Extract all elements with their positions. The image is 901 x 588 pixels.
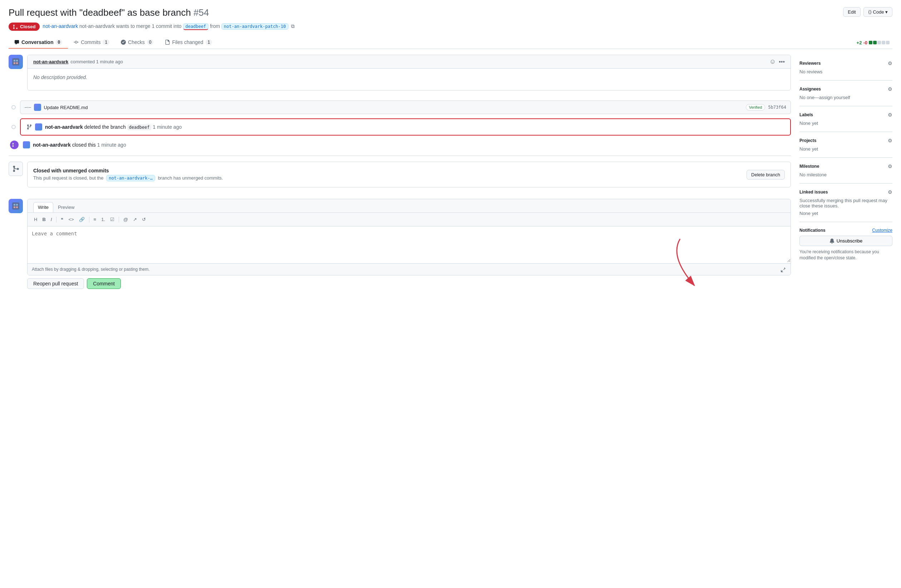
edit-button[interactable]: Edit bbox=[843, 7, 860, 17]
delete-branch-button[interactable]: Delete branch bbox=[747, 170, 785, 179]
code-button-toolbar[interactable]: <> bbox=[66, 216, 76, 223]
base-branch-tag[interactable]: deadbeef bbox=[183, 23, 209, 30]
reviewers-title: Reviewers bbox=[800, 61, 821, 66]
bold-button[interactable]: B bbox=[40, 216, 48, 223]
milestone-value: No milestone bbox=[800, 172, 892, 178]
milestone-header: Milestone ⚙ bbox=[800, 164, 892, 169]
closed-timeline-item: not-an-aardvark closed this 1 minute ago bbox=[9, 140, 791, 150]
closed-avatar bbox=[23, 141, 30, 148]
mention-button[interactable]: @ bbox=[121, 216, 130, 223]
undo-button[interactable]: ↺ bbox=[140, 216, 148, 223]
assignees-header: Assignees ⚙ bbox=[800, 86, 892, 92]
comment-textarea[interactable] bbox=[28, 226, 790, 262]
unmerged-branch[interactable]: not-an-aardvark-… bbox=[106, 175, 155, 181]
assignees-gear[interactable]: ⚙ bbox=[888, 86, 892, 92]
linked-issues-gear[interactable]: ⚙ bbox=[888, 189, 892, 195]
tab-files-changed[interactable]: Files changed 1 bbox=[159, 36, 218, 48]
ordered-list-button[interactable]: 1. bbox=[99, 216, 107, 223]
write-tabs: Write Preview bbox=[28, 199, 790, 213]
labels-title: Labels bbox=[800, 112, 813, 117]
merge-icon bbox=[12, 165, 19, 172]
reopen-button[interactable]: Reopen pull request bbox=[27, 278, 84, 289]
commit-item: –◦– Update README.md Verified 5b73f64 bbox=[20, 100, 791, 114]
status-author-link[interactable]: not-an-aardvark bbox=[42, 23, 78, 29]
page-header: Pull request with "deadbeef" as base bra… bbox=[9, 7, 892, 18]
projects-title: Projects bbox=[800, 138, 816, 143]
labels-gear[interactable]: ⚙ bbox=[888, 112, 892, 118]
projects-header: Projects ⚙ bbox=[800, 138, 892, 143]
reviewers-gear[interactable]: ⚙ bbox=[888, 61, 892, 66]
toolbar-sep-2 bbox=[89, 217, 89, 223]
unsubscribe-button[interactable]: Unsubscribe bbox=[800, 236, 892, 246]
projects-gear[interactable]: ⚙ bbox=[888, 138, 892, 143]
svg-rect-5 bbox=[12, 203, 19, 210]
comment-button[interactable]: Comment bbox=[87, 278, 121, 289]
heading-button[interactable]: H bbox=[32, 216, 39, 223]
italic-button[interactable]: I bbox=[48, 216, 55, 223]
projects-section: Projects ⚙ None yet bbox=[800, 132, 892, 158]
svg-rect-9 bbox=[16, 206, 18, 208]
milestone-gear[interactable]: ⚙ bbox=[888, 164, 892, 169]
closed-item: not-an-aardvark closed this 1 minute ago bbox=[23, 140, 791, 150]
delete-branch-avatar bbox=[35, 123, 42, 131]
write-avatar bbox=[9, 199, 23, 213]
commenter-avatar bbox=[9, 55, 23, 69]
linked-issues-header: Linked issues ⚙ bbox=[800, 189, 892, 195]
tab-checks-count: 0 bbox=[147, 39, 154, 45]
diff-add: +2 bbox=[857, 40, 862, 45]
diff-block-4 bbox=[882, 41, 885, 44]
toolbar-sep-1 bbox=[56, 217, 56, 223]
pr-closed-icon bbox=[13, 24, 18, 29]
fullscreen-icon[interactable] bbox=[781, 267, 786, 272]
tab-conversation[interactable]: Conversation 0 bbox=[9, 36, 68, 48]
emoji-react-button[interactable]: ☺ bbox=[769, 58, 776, 66]
head-branch-tag[interactable]: not-an-aardvark-patch-10 bbox=[221, 23, 288, 30]
comment-box: not-an-aardvark commented 1 minute ago ☺… bbox=[27, 55, 791, 90]
commit-avatar bbox=[34, 104, 41, 111]
unmerged-box: Closed with unmerged commits This pull r… bbox=[27, 162, 791, 187]
more-options-button[interactable]: ••• bbox=[779, 59, 785, 65]
notifications-customize-link[interactable]: Customize bbox=[872, 228, 892, 233]
copy-branch-icon[interactable]: ⧉ bbox=[291, 23, 295, 29]
tab-commits-count: 1 bbox=[103, 39, 109, 45]
diff-del: -0 bbox=[863, 40, 867, 45]
commit-hash: 5b73f64 bbox=[768, 105, 786, 110]
closed-actor: not-an-aardvark bbox=[33, 142, 71, 148]
branch-icon bbox=[26, 124, 32, 130]
tab-conversation-label: Conversation bbox=[22, 39, 53, 45]
status-description: not-an-aardvark not-an-aardvark wants to… bbox=[42, 23, 295, 30]
write-comment-section: Write Preview H B I ❝ <> 🔗 ≡ 1. bbox=[9, 199, 791, 289]
unmerged-section: Closed with unmerged commits This pull r… bbox=[9, 162, 791, 193]
delete-branch-box: not-an-aardvark deleted the branch deadb… bbox=[20, 119, 791, 136]
closed-time: 1 minute ago bbox=[97, 142, 126, 148]
task-list-button[interactable]: ☑ bbox=[108, 216, 117, 223]
tab-commits-label: Commits bbox=[81, 39, 100, 45]
tab-checks-label: Checks bbox=[128, 39, 145, 45]
projects-value: None yet bbox=[800, 146, 892, 152]
notifications-title: Notifications bbox=[800, 228, 826, 233]
notifications-header: Notifications Customize bbox=[800, 228, 892, 233]
diff-bar bbox=[869, 41, 890, 44]
svg-rect-4 bbox=[16, 62, 18, 64]
svg-rect-2 bbox=[16, 60, 18, 61]
preview-tab[interactable]: Preview bbox=[53, 202, 79, 212]
pr-title: Pull request with "deadbeef" as base bra… bbox=[9, 7, 209, 18]
quote-button[interactable]: ❝ bbox=[59, 216, 65, 223]
timeline: –◦– Update README.md Verified 5b73f64 no… bbox=[9, 100, 791, 156]
code-button[interactable]: ⟨⟩ Code ▾ bbox=[864, 7, 892, 17]
pr-status-line: Closed not-an-aardvark not-an-aardvark w… bbox=[9, 23, 892, 31]
write-tab[interactable]: Write bbox=[33, 202, 53, 212]
ref-button[interactable]: ↗ bbox=[131, 216, 139, 223]
attach-text: Attach files by dragging & dropping, sel… bbox=[32, 267, 150, 272]
diff-block-2 bbox=[873, 41, 877, 44]
sidebar: Reviewers ⚙ No reviews Assignees ⚙ No on… bbox=[800, 55, 892, 289]
unsubscribe-label: Unsubscribe bbox=[837, 238, 862, 243]
svg-rect-8 bbox=[14, 206, 16, 208]
comment-author-link[interactable]: not-an-aardvark bbox=[33, 59, 68, 64]
tab-commits[interactable]: Commits 1 bbox=[68, 36, 115, 48]
unordered-list-button[interactable]: ≡ bbox=[92, 216, 99, 223]
labels-value: None yet bbox=[800, 120, 892, 126]
delete-branch-actor: not-an-aardvark bbox=[45, 124, 83, 130]
tab-checks[interactable]: Checks 0 bbox=[115, 36, 159, 48]
link-button[interactable]: 🔗 bbox=[77, 216, 87, 223]
